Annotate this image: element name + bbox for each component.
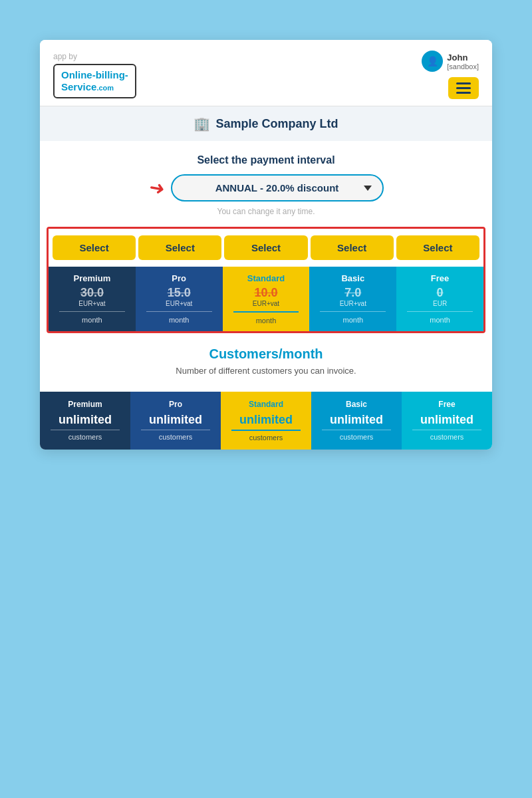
plan-period-premium: month bbox=[53, 316, 132, 324]
customer-card-pro: Pro unlimited customers bbox=[130, 392, 221, 450]
plan-name-standard: Standard bbox=[227, 273, 306, 283]
cust-divider-basic bbox=[322, 430, 391, 430]
arrow-row: ➜ ANNUAL - 20.0% discount MONTHLY bbox=[53, 174, 479, 201]
logo-com: .com bbox=[96, 84, 114, 92]
plan-name-basic: Basic bbox=[313, 273, 392, 283]
app-by-label: app by bbox=[53, 52, 136, 61]
red-arrow-icon: ➜ bbox=[147, 176, 166, 200]
customer-card-free: Free unlimited customers bbox=[402, 392, 492, 450]
cust-label-free: customers bbox=[406, 433, 488, 441]
plans-row: Premium 30.0 EUR+vat month Pro 15.0 EUR+… bbox=[49, 267, 483, 331]
plan-name-premium: Premium bbox=[53, 273, 132, 283]
plan-currency-premium: EUR+vat bbox=[53, 300, 132, 307]
interval-select[interactable]: ANNUAL - 20.0% discount MONTHLY bbox=[171, 174, 384, 201]
plan-period-standard: month bbox=[227, 317, 306, 325]
customer-plans-row: Premium unlimited customers Pro unlimite… bbox=[40, 392, 492, 450]
select-row: Select Select Select Select Select bbox=[49, 229, 483, 267]
cust-value-standard: unlimited bbox=[225, 413, 307, 427]
plan-divider-premium bbox=[59, 311, 125, 312]
plan-price-pro: 15.0 bbox=[140, 286, 219, 300]
change-hint: You can change it any time. bbox=[53, 207, 479, 216]
plan-price-premium: 30.0 bbox=[53, 286, 132, 300]
select-btn-basic[interactable]: Select bbox=[311, 235, 394, 260]
plan-name-free: Free bbox=[400, 273, 479, 283]
cust-plan-name-basic: Basic bbox=[315, 400, 398, 409]
logo-box: Online-billing- Service.com bbox=[53, 64, 136, 98]
select-btn-free[interactable]: Select bbox=[396, 235, 479, 260]
cust-label-standard: customers bbox=[225, 434, 307, 442]
menu-line-2 bbox=[456, 87, 471, 89]
plan-currency-pro: EUR+vat bbox=[140, 300, 219, 307]
plan-period-free: month bbox=[400, 316, 479, 324]
company-name: Sample Company Ltd bbox=[215, 117, 338, 131]
plan-divider-standard bbox=[233, 311, 299, 313]
plan-price-standard: 10.0 bbox=[227, 286, 306, 300]
plan-price-basic: 7.0 bbox=[313, 286, 392, 300]
user-avatar: 👤 bbox=[422, 51, 443, 72]
cust-label-pro: customers bbox=[134, 433, 217, 441]
plan-card-basic: Basic 7.0 EUR+vat month bbox=[309, 267, 396, 331]
plan-price-free: 0 bbox=[400, 286, 479, 300]
payment-title: Select the payment interval bbox=[53, 154, 479, 166]
plan-currency-basic: EUR+vat bbox=[313, 300, 392, 307]
cust-divider-standard bbox=[231, 430, 301, 431]
building-icon: 🏢 bbox=[194, 116, 210, 132]
cust-value-pro: unlimited bbox=[134, 413, 217, 427]
plan-card-free: Free 0 EUR month bbox=[396, 267, 483, 331]
cust-value-basic: unlimited bbox=[315, 413, 398, 427]
select-btn-pro[interactable]: Select bbox=[138, 235, 221, 260]
logo-text: Online-billing- Service.com bbox=[61, 69, 128, 93]
customer-card-basic: Basic unlimited customers bbox=[311, 392, 402, 450]
plan-divider-free bbox=[407, 311, 473, 312]
user-info: John [sandbox] bbox=[447, 53, 479, 70]
company-bar: 🏢 Sample Company Ltd bbox=[40, 106, 492, 141]
plan-period-pro: month bbox=[140, 316, 219, 324]
cust-value-free: unlimited bbox=[406, 413, 488, 427]
customers-section: Customers/month Number of different cust… bbox=[40, 333, 492, 392]
header: app by Online-billing- Service.com 👤 Joh… bbox=[40, 40, 492, 106]
cust-plan-name-standard: Standard bbox=[225, 400, 307, 409]
cust-plan-name-free: Free bbox=[406, 400, 488, 409]
customers-title: Customers/month bbox=[53, 346, 479, 362]
cust-plan-name-premium: Premium bbox=[44, 400, 126, 409]
logo-line1: Online-billing- bbox=[61, 69, 128, 80]
plan-currency-standard: EUR+vat bbox=[227, 300, 306, 307]
plan-divider-pro bbox=[146, 311, 212, 312]
header-right: 👤 John [sandbox] bbox=[422, 51, 479, 99]
menu-line-1 bbox=[456, 82, 471, 84]
logo-line2: Service bbox=[61, 81, 96, 92]
customers-subtitle: Number of different customers you can in… bbox=[53, 366, 479, 376]
cust-divider-pro bbox=[141, 430, 210, 430]
customer-card-premium: Premium unlimited customers bbox=[40, 392, 130, 450]
cust-divider-premium bbox=[51, 430, 120, 430]
plan-name-pro: Pro bbox=[140, 273, 219, 283]
select-btn-standard[interactable]: Select bbox=[224, 235, 307, 260]
plans-highlight: Select Select Select Select Select Premi… bbox=[47, 227, 485, 333]
user-badge: 👤 John [sandbox] bbox=[422, 51, 479, 72]
main-card: app by Online-billing- Service.com 👤 Joh… bbox=[40, 40, 492, 450]
cust-divider-free bbox=[412, 430, 481, 430]
menu-button[interactable] bbox=[448, 77, 479, 99]
plan-currency-free: EUR bbox=[400, 300, 479, 307]
user-name: John bbox=[447, 53, 479, 63]
plan-card-pro: Pro 15.0 EUR+vat month bbox=[136, 267, 223, 331]
user-sandbox: [sandbox] bbox=[447, 63, 479, 70]
select-btn-premium[interactable]: Select bbox=[53, 235, 136, 260]
cust-plan-name-pro: Pro bbox=[134, 400, 217, 409]
customer-card-standard: Standard unlimited customers bbox=[221, 392, 311, 450]
menu-line-3 bbox=[456, 92, 471, 94]
plan-card-standard: Standard 10.0 EUR+vat month bbox=[223, 267, 310, 331]
cust-label-premium: customers bbox=[44, 433, 126, 441]
cust-value-premium: unlimited bbox=[44, 413, 126, 427]
plan-divider-basic bbox=[320, 311, 386, 312]
payment-section: Select the payment interval ➜ ANNUAL - 2… bbox=[40, 141, 492, 227]
plan-period-basic: month bbox=[313, 316, 392, 324]
plan-card-premium: Premium 30.0 EUR+vat month bbox=[49, 267, 136, 331]
header-left: app by Online-billing- Service.com bbox=[53, 52, 136, 98]
cust-label-basic: customers bbox=[315, 433, 398, 441]
